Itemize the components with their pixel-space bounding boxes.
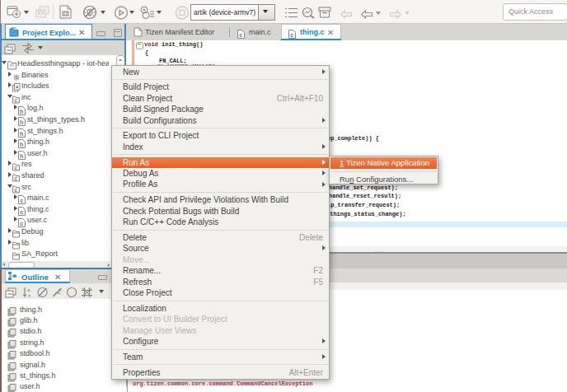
svg-text:h: h [20, 119, 23, 125]
svg-text:c: c [239, 31, 242, 37]
svg-text:a: a [27, 287, 30, 292]
svg-text:h: h [20, 108, 23, 114]
svg-text:c: c [290, 31, 293, 37]
svg-text:c: c [20, 209, 23, 215]
svg-text:h: h [20, 142, 23, 147]
svg-text:z: z [28, 293, 30, 298]
svg-text:c: c [20, 220, 23, 226]
svg-text:c: c [20, 198, 23, 203]
svg-text:h: h [20, 153, 23, 159]
svg-text:h: h [20, 130, 23, 136]
svg-text:s: s [59, 287, 61, 292]
